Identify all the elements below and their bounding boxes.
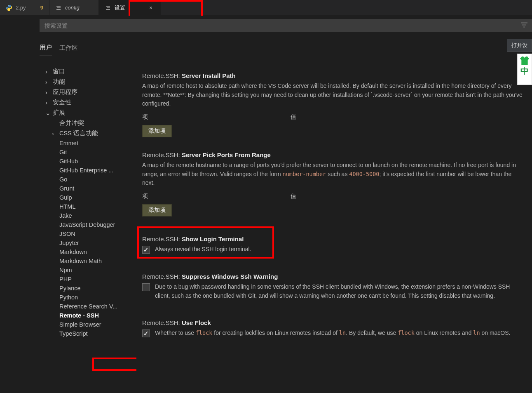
toc-item[interactable]: Markdown Math xyxy=(40,257,136,266)
kv-table-header: 项 值 xyxy=(142,113,524,121)
toc-label: 窗口 xyxy=(53,68,65,75)
toc-label: 应用程序 xyxy=(53,88,77,96)
toc-item[interactable]: Grunt xyxy=(40,184,136,193)
chevron-right-icon: › xyxy=(45,68,51,75)
setting-description: A map of remote host to absolute path wh… xyxy=(142,82,524,108)
settings-toc[interactable]: ›窗口›功能›应用程序›安全性⌄扩展合并冲突›CSS 语言功能EmmetGitG… xyxy=(40,61,136,393)
kv-key-header: 项 xyxy=(142,113,291,121)
setting-server-pick-ports: Remote.SSH: Server Pick Ports From Range… xyxy=(142,145,524,224)
toc-item[interactable]: GitHub xyxy=(40,157,136,166)
toc-item[interactable]: Go xyxy=(40,175,136,184)
svg-point-0 xyxy=(8,5,8,6)
filter-icon[interactable] xyxy=(520,21,528,30)
checkbox-checked[interactable]: ✓ xyxy=(142,329,150,337)
toc-item[interactable]: ›CSS 语言功能 xyxy=(40,128,136,139)
toc-item[interactable]: PHP xyxy=(40,275,136,284)
toc-label: Grunt xyxy=(59,185,74,192)
toc-item[interactable]: Reference Search V... xyxy=(40,302,136,311)
toc-item[interactable]: Remote - SSH xyxy=(40,311,136,320)
checkbox-label: Always reveal the SSH login terminal. xyxy=(155,245,251,254)
setting-description: A map of the remote hostname to a range … xyxy=(142,161,524,188)
toc-label: GitHub xyxy=(59,158,78,165)
toc-item[interactable]: ›应用程序 xyxy=(40,87,136,97)
toc-label: 合并冲突 xyxy=(59,119,84,127)
scope-tab-user[interactable]: 用户 xyxy=(40,41,52,56)
toc-item[interactable]: Jupyter xyxy=(40,238,136,247)
tab-2py[interactable]: 2.py 9 xyxy=(0,0,49,15)
toc-item[interactable]: TypeScript xyxy=(40,329,136,338)
setting-title: Remote.SSH: Server Pick Ports From Range xyxy=(142,151,524,158)
checkbox-checked[interactable]: ✓ xyxy=(142,246,150,254)
toc-item[interactable]: Pylance xyxy=(40,284,136,293)
float-text: 中 xyxy=(518,66,532,75)
checkbox-row: Due to a bug with password handling in s… xyxy=(142,282,524,300)
toc-item[interactable]: Jake xyxy=(40,211,136,220)
add-item-button[interactable]: 添加项 xyxy=(142,204,172,217)
toc-label: Remote - SSH xyxy=(59,312,99,319)
toc-item[interactable]: ›窗口 xyxy=(40,66,136,77)
chevron-down-icon: ⌄ xyxy=(45,110,51,116)
toc-item[interactable]: 合并冲突 xyxy=(40,118,136,128)
toc-label: Emmet xyxy=(59,140,78,146)
toc-label: Npm xyxy=(59,267,72,273)
toc-item[interactable]: ›功能 xyxy=(40,77,136,87)
checkbox-label: Due to a bug with password handling in s… xyxy=(155,282,524,300)
toc-item[interactable]: Npm xyxy=(40,266,136,275)
tshirt-icon xyxy=(520,56,529,65)
scope-tab-workspace[interactable]: 工作区 xyxy=(59,42,78,56)
toc-item[interactable]: GitHub Enterprise ... xyxy=(40,166,136,175)
settings-search-input[interactable] xyxy=(40,19,532,32)
toc-item[interactable]: ›安全性 xyxy=(40,97,136,108)
list-icon xyxy=(55,5,62,11)
tab-settings[interactable]: 设置 × xyxy=(99,0,161,15)
close-icon[interactable]: × xyxy=(147,5,155,11)
chevron-right-icon: › xyxy=(45,99,51,106)
toc-item[interactable]: Gulp xyxy=(40,193,136,202)
chevron-right-icon: › xyxy=(52,130,58,137)
kv-key-header: 项 xyxy=(142,193,291,200)
toc-item[interactable]: Git xyxy=(40,148,136,157)
toc-item[interactable]: JSON xyxy=(40,229,136,238)
setting-title: Remote.SSH: Use Flock xyxy=(142,319,524,326)
toc-item[interactable]: HTML xyxy=(40,202,136,211)
toc-label: CSS 语言功能 xyxy=(59,129,98,137)
toc-label: 扩展 xyxy=(53,109,65,117)
open-settings-json-button[interactable]: 打开设 xyxy=(507,39,532,52)
list-icon xyxy=(105,5,111,11)
tab-badge: 9 xyxy=(40,5,43,11)
settings-list[interactable]: Remote.SSH: Server Install Path A map of… xyxy=(136,61,532,393)
toc-label: Markdown Math xyxy=(59,258,102,264)
scope-tabs: 用户 工作区 打开设 xyxy=(40,35,532,56)
toc-label: Reference Search V... xyxy=(59,303,117,310)
setting-title: Remote.SSH: Suppress Windows Ssh Warning xyxy=(142,273,524,280)
toc-item[interactable]: Simple Browser xyxy=(40,320,136,329)
tab-label: 设置 xyxy=(115,4,144,12)
tab-config[interactable]: config xyxy=(49,0,99,15)
left-margin xyxy=(0,16,40,393)
toc-label: Jupyter xyxy=(59,240,79,246)
checkbox-unchecked[interactable] xyxy=(142,283,150,291)
add-item-button[interactable]: 添加项 xyxy=(142,125,172,137)
setting-server-install-path: Remote.SSH: Server Install Path A map of… xyxy=(142,66,524,145)
toc-label: Gulp xyxy=(59,194,72,201)
toc-item[interactable]: Python xyxy=(40,293,136,302)
toc-item[interactable]: Emmet xyxy=(40,139,136,148)
kv-table-header: 项 值 xyxy=(142,193,524,200)
tab-label: config xyxy=(65,5,93,11)
toc-label: Jake xyxy=(59,212,72,219)
editor-tabs: 2.py 9 config 设置 × xyxy=(0,0,532,16)
toc-label: GitHub Enterprise ... xyxy=(59,167,113,174)
float-translate-widget[interactable]: 中 xyxy=(517,54,532,85)
toc-label: Git xyxy=(59,149,67,155)
toc-item[interactable]: JavaScript Debugger xyxy=(40,220,136,229)
toc-label: Markdown xyxy=(59,249,87,255)
toc-label: TypeScript xyxy=(59,330,88,337)
toc-item[interactable]: Markdown xyxy=(40,247,136,257)
toc-item[interactable]: ⌄扩展 xyxy=(40,108,136,118)
kv-value-header: 值 xyxy=(291,193,524,200)
checkbox-label: Whether to use flock for creating lockfi… xyxy=(155,329,510,338)
chevron-right-icon: › xyxy=(45,79,51,85)
setting-use-flock: Remote.SSH: Use Flock ✓ Whether to use f… xyxy=(142,308,524,345)
toc-label: 安全性 xyxy=(53,99,71,106)
setting-title: Remote.SSH: Show Login Terminal xyxy=(142,235,524,242)
